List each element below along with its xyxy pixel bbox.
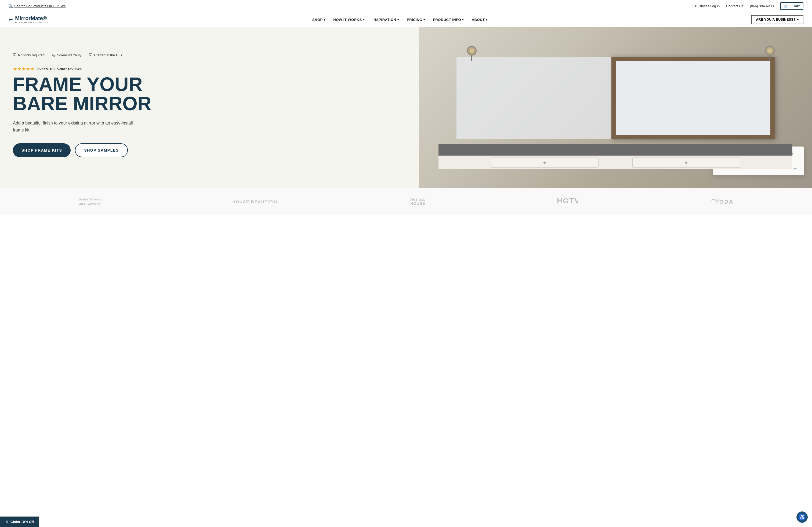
badge-no-tools: ☑ No tools required bbox=[13, 52, 45, 57]
chevron-down-icon: ▾ bbox=[423, 18, 425, 21]
today-svg: TODAY bbox=[709, 196, 734, 206]
hero-left: ☑ No tools required ◎ 5-year warranty ☑ … bbox=[0, 27, 419, 188]
mirror-framed bbox=[611, 57, 775, 139]
logo-name: MirrorMate® bbox=[15, 15, 48, 21]
main-nav: ⌐ MirrorMate® MIRROR FRAMING KIT SHOP ▾ … bbox=[0, 12, 812, 27]
review-count: Over 9,102 5-star reviews bbox=[37, 67, 82, 71]
cart-icon: 🛒 bbox=[784, 4, 789, 8]
mirror-scene bbox=[438, 43, 793, 180]
shop-frame-kits-button[interactable]: SHOP FRAME KITS bbox=[13, 143, 71, 157]
logo-sub: MIRROR FRAMING KIT bbox=[15, 21, 48, 24]
business-button[interactable]: ARE YOU A BUSINESS? ▾ bbox=[751, 15, 803, 24]
hero-badges: ☑ No tools required ◎ 5-year warranty ☑ … bbox=[13, 52, 406, 57]
checkmark-icon: ☑ bbox=[13, 52, 16, 57]
brands-bar: Better Homesand Gardens House Beautiful … bbox=[0, 188, 812, 215]
brand-house-beautiful: House Beautiful bbox=[233, 199, 279, 204]
badge-warranty: ◎ 5-year warranty bbox=[52, 52, 81, 57]
hero-title-line1: FRAME YOUR bbox=[13, 74, 143, 95]
crafted-icon: ☑ bbox=[89, 52, 92, 57]
hero-right: "Completely transformed our bathroom, wa… bbox=[419, 27, 812, 188]
cart-button[interactable]: 🛒 0 Cart bbox=[780, 2, 803, 10]
chevron-down-icon: ▾ bbox=[324, 18, 325, 21]
shop-frame-kits-label: SHOP FRAME KITS bbox=[21, 148, 62, 152]
nav-item-pricing[interactable]: PRICING ▾ bbox=[403, 16, 429, 24]
chevron-down-icon: ▾ bbox=[363, 18, 365, 21]
drawer-left bbox=[491, 157, 598, 168]
chevron-down-icon: ▾ bbox=[797, 18, 799, 21]
chevron-down-icon: ▾ bbox=[397, 18, 399, 21]
contact-us-link[interactable]: Contact Us bbox=[726, 4, 743, 8]
brand-better-homes: Better Homesand Gardens bbox=[78, 197, 101, 206]
shop-samples-label: SHOP SAMPLES bbox=[84, 148, 119, 152]
shop-samples-button[interactable]: SHOP SAMPLES bbox=[75, 143, 128, 157]
hero-buttons: SHOP FRAME KITS SHOP SAMPLES bbox=[13, 143, 406, 157]
nav-item-how-it-works[interactable]: HOW IT WORKS ▾ bbox=[330, 16, 368, 24]
badge-crafted: ☑ Crafted in the U.S. bbox=[89, 52, 123, 57]
stars-row: ★★★★★ Over 9,102 5-star reviews bbox=[13, 66, 406, 72]
brand-this-old-house: This Old House bbox=[410, 198, 425, 206]
business-btn-label: ARE YOU A BUSINESS? bbox=[756, 18, 795, 21]
hgtv-svg: HGTV bbox=[557, 196, 578, 206]
top-bar-right: Business Log in Contact Us (866) 304-628… bbox=[695, 2, 803, 10]
chevron-down-icon: ▾ bbox=[462, 18, 464, 21]
warranty-icon: ◎ bbox=[52, 52, 56, 57]
badge-crafted-text: Crafted in the U.S. bbox=[94, 53, 123, 57]
logo-text-wrap: MirrorMate® MIRROR FRAMING KIT bbox=[15, 15, 48, 24]
nav-item-shop[interactable]: SHOP ▾ bbox=[308, 16, 329, 24]
hero-section: ☑ No tools required ◎ 5-year warranty ☑ … bbox=[0, 27, 812, 188]
drawer-right bbox=[632, 157, 740, 168]
hero-title: FRAME YOUR BARE MIRROR bbox=[13, 75, 406, 113]
hero-stars: ★★★★★ bbox=[13, 66, 34, 72]
badge-warranty-text: 5-year warranty bbox=[57, 53, 81, 57]
search-label: Search For Products On Our Site bbox=[14, 4, 66, 8]
nav-item-inspiration[interactable]: INSPIRATION ▾ bbox=[369, 16, 403, 24]
hero-subtitle: Add a beautiful finish to your existing … bbox=[13, 120, 136, 133]
nav-links: SHOP ▾ HOW IT WORKS ▾ INSPIRATION ▾ PRIC… bbox=[308, 16, 491, 24]
mirror-unframed bbox=[456, 57, 611, 139]
business-login-link[interactable]: Business Log in bbox=[695, 4, 720, 8]
svg-text:TODAY: TODAY bbox=[715, 199, 734, 205]
phone-number[interactable]: (866) 304-6283 bbox=[750, 4, 774, 8]
logo-wrap[interactable]: ⌐ MirrorMate® MIRROR FRAMING KIT bbox=[9, 15, 48, 24]
brand-today: TODAY bbox=[709, 196, 734, 207]
search-link-wrap: 🔍 Search For Products On Our Site bbox=[9, 4, 66, 8]
cart-label: 0 Cart bbox=[789, 4, 800, 8]
svg-text:HGTV: HGTV bbox=[557, 197, 578, 205]
search-icon: 🔍 bbox=[9, 4, 13, 8]
chevron-down-icon: ▾ bbox=[486, 18, 487, 21]
brand-hgtv: HGTV bbox=[557, 196, 578, 207]
nav-item-product-info[interactable]: PRODUCT INFO ▾ bbox=[429, 16, 467, 24]
hero-title-line2: BARE MIRROR bbox=[13, 93, 151, 114]
nav-item-about[interactable]: ABOUT ▾ bbox=[468, 16, 491, 24]
search-link[interactable]: 🔍 Search For Products On Our Site bbox=[9, 4, 66, 8]
badge-no-tools-text: No tools required bbox=[18, 53, 45, 57]
logo-icon: ⌐ bbox=[9, 15, 13, 24]
top-bar: 🔍 Search For Products On Our Site Busine… bbox=[0, 0, 812, 12]
